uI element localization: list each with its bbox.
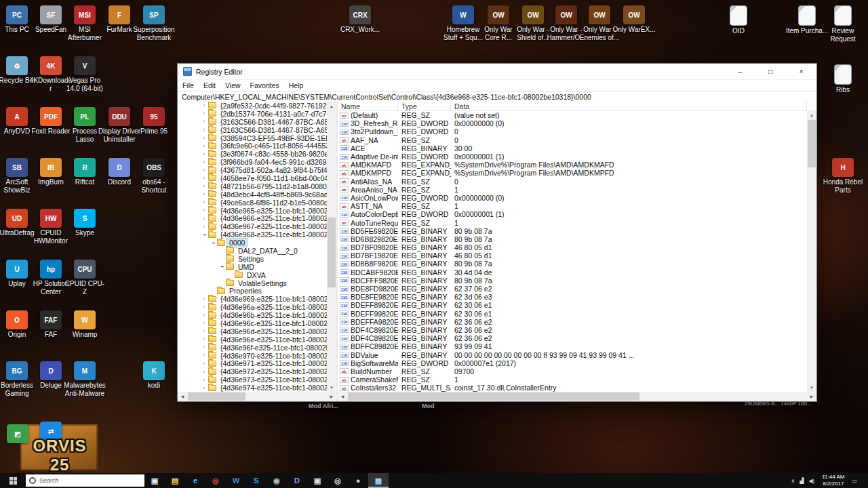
- tree-item[interactable]: DXVA: [178, 271, 327, 279]
- collapsed-arrow-icon[interactable]: ›: [201, 215, 208, 222]
- collapsed-arrow-icon[interactable]: ›: [201, 376, 208, 384]
- value-row[interactable]: 110BDE8FD9820EFD...REG_BINARY62 37 06 e2: [338, 285, 807, 293]
- value-row[interactable]: 110AutoColorDepth...REG_DWORD0x00000001 …: [338, 210, 807, 218]
- value-row[interactable]: 110ACEREG_BINARY30 00: [338, 144, 807, 152]
- desktop-icon-cpuid-cpu-z[interactable]: CPUCPUID CPU-Z: [63, 260, 106, 296]
- tree-item[interactable]: ›{3f966bd9-fa04-4ec5-991c-d326973b5128}: [178, 158, 327, 166]
- desktop-icon-vegas-pro-14-0-64-bit[interactable]: VVegas Pro 14.0 (64-bit): [63, 56, 106, 92]
- maximize-button[interactable]: □: [755, 64, 786, 79]
- clock[interactable]: 11:44 AM 8/2/2017: [819, 474, 847, 487]
- desktop-icon-crx-work[interactable]: CRXCRX_Work...: [338, 5, 382, 34]
- value-row[interactable]: abAutoTuneReque...REG_SZ1: [338, 218, 807, 226]
- tree-item[interactable]: ›{48721b56-6795-11d2-b1a8-0080c72e74a2}: [178, 182, 327, 190]
- collapsed-arrow-icon[interactable]: ›: [201, 159, 208, 166]
- desktop-icon-only-warex[interactable]: OWOnly WarEX...: [612, 5, 656, 34]
- tree-item[interactable]: ›{4d36e974-e325-11ce-bfc1-08002be10318}: [178, 384, 327, 392]
- column-header-type[interactable]: Type: [398, 102, 451, 110]
- column-header-data[interactable]: Data: [451, 102, 807, 110]
- tree-item[interactable]: ›{3e3f0674-c83c-4558-bb26-9820e1aba5c5}: [178, 150, 327, 158]
- collapsed-arrow-icon[interactable]: ›: [201, 142, 208, 150]
- tree-horizontal-scrollbar[interactable]: ◀ ▶: [178, 392, 336, 401]
- collapsed-arrow-icon[interactable]: ›: [201, 312, 208, 319]
- close-button[interactable]: ×: [786, 64, 816, 79]
- start-button[interactable]: [0, 473, 26, 488]
- value-row[interactable]: 110BDCFFF9820E87...REG_BINARY80 9b 08 7a: [338, 277, 807, 285]
- tree-item[interactable]: ›{3163C566-D381-4467-87BC-A65A18D5B649}: [178, 126, 327, 134]
- desktop-icon-winamp[interactable]: WWinamp: [63, 310, 106, 339]
- desktop-icon-honda-rebel-parts[interactable]: HHonda Rebel Parts: [821, 158, 865, 194]
- taskbar-icon-edge[interactable]: e: [185, 473, 205, 488]
- tree-item[interactable]: ›{4d36e966-e325-11ce-bfc1-08002be10318}: [178, 214, 327, 222]
- tree-item[interactable]: ›0000: [178, 239, 327, 247]
- desktop-icon-prime-95[interactable]: 95Prime 95: [132, 107, 176, 136]
- tree-vertical-scrollbar[interactable]: ▲ ▼: [327, 102, 336, 392]
- value-row[interactable]: 110BDF4C89820EFF...REG_BINARY62 36 06 e2: [338, 326, 807, 334]
- collapsed-arrow-icon[interactable]: ›: [201, 336, 208, 343]
- scroll-thumb[interactable]: [348, 392, 639, 401]
- value-row[interactable]: 110BDEFFA9820EFD...REG_BINARY62 36 06 e2: [338, 318, 807, 326]
- expanded-arrow-icon[interactable]: ›: [201, 231, 208, 238]
- value-row[interactable]: 110BD7BF09820EFC...REG_BINARY46 80 05 d1: [338, 243, 807, 251]
- expanded-arrow-icon[interactable]: ›: [210, 239, 217, 246]
- collapsed-arrow-icon[interactable]: ›: [201, 223, 208, 230]
- collapsed-arrow-icon[interactable]: ›: [201, 167, 208, 174]
- tree-item[interactable]: ›{4658ee7e-f050-11d1-b6bd-00c04fa372a7}: [178, 174, 327, 182]
- value-row[interactable]: 110BD8B8F9820EB7...REG_BINARY80 9b 08 7a: [338, 260, 807, 268]
- tree-item[interactable]: ›{4d36e968-e325-11ce-bfc1-08002be10318}: [178, 230, 327, 239]
- value-row[interactable]: abAreaAniso_NAREG_SZ1: [338, 186, 807, 194]
- taskbar-icon-file-explorer[interactable]: ▤: [165, 473, 185, 488]
- scroll-left-icon[interactable]: ◀: [338, 392, 347, 401]
- tree-item[interactable]: ›{36fc9e60-c465-11cf-8056-444553540000}: [178, 142, 327, 150]
- collapsed-arrow-icon[interactable]: ›: [201, 360, 208, 367]
- tree-item[interactable]: ›{4d36e969-e325-11ce-bfc1-08002be10318}: [178, 295, 327, 303]
- menu-edit[interactable]: Edit: [199, 81, 220, 89]
- collapsed-arrow-icon[interactable]: ›: [201, 190, 208, 198]
- collapsed-arrow-icon[interactable]: ›: [201, 384, 208, 392]
- taskbar-icon-skype[interactable]: S: [246, 473, 267, 488]
- value-row[interactable]: 110BDFFC89820EFE...REG_BINARY93 99 09 41: [338, 342, 807, 350]
- tree-item[interactable]: ›{4d36e967-e325-11ce-bfc1-08002be10318}: [178, 222, 327, 230]
- value-row[interactable]: 110BD5FE69820E8B...REG_BINARY80 9b 08 7a: [338, 227, 807, 235]
- value-row[interactable]: 110BDValueREG_BINARY00 00 00 00 00 00 00…: [338, 350, 807, 359]
- collapsed-arrow-icon[interactable]: ›: [201, 118, 208, 125]
- taskbar-icon-photos[interactable]: ▣: [307, 473, 328, 488]
- tree-item[interactable]: Settings: [178, 255, 327, 263]
- tree-item[interactable]: ›{48d3ebc4-4cf8-48ff-b869-9c68ad42eb9f}: [178, 190, 327, 199]
- tree-item[interactable]: VolatileSettings: [178, 279, 327, 287]
- value-row[interactable]: 110BD7BF19820EFC...REG_BINARY46 80 05 d1: [338, 251, 807, 260]
- collapsed-arrow-icon[interactable]: ›: [201, 126, 208, 134]
- tree-item[interactable]: ›{4d36e96c-e325-11ce-bfc1-08002be10318}: [178, 319, 327, 327]
- desktop-icon-obs64-shortcut[interactable]: OBSobs64 - Shortcut: [132, 158, 176, 194]
- desktop-icon-review-request[interactable]: Review Request: [821, 5, 865, 43]
- scroll-right-icon[interactable]: ▶: [807, 392, 816, 401]
- value-row[interactable]: 110BigSoftwareMaj...REG_DWORD0x000007e1 …: [338, 359, 807, 367]
- value-row[interactable]: 110BDE8FE9820EFD...REG_BINARY62 3d 06 e3: [338, 293, 807, 301]
- value-row[interactable]: abCameraShakeM...REG_SZ1: [338, 375, 807, 384]
- tree-item[interactable]: ›{4d36e972-e325-11ce-bfc1-08002be10318}: [178, 367, 327, 375]
- value-row[interactable]: abASTT_NAREG_SZ1: [338, 202, 807, 210]
- tree-item[interactable]: ›{338594C3-EF55-49BF-93DE-1EB5C4DBB8B2}: [178, 134, 327, 142]
- notification-icon[interactable]: ▭: [852, 478, 857, 484]
- title-bar[interactable]: Registry Editor – □ ×: [178, 64, 816, 80]
- tree-item[interactable]: ›{4d36e96e-e325-11ce-bfc1-08002be10318}: [178, 336, 327, 344]
- value-row[interactable]: 110BDEFF89820EFD...REG_BINARY62 30 06 e1: [338, 301, 807, 309]
- menu-file[interactable]: File: [178, 81, 199, 89]
- value-row[interactable]: 110Adaptive De-int...REG_DWORD0x00000001…: [338, 152, 807, 161]
- collapsed-arrow-icon[interactable]: ›: [201, 207, 208, 214]
- collapsed-arrow-icon[interactable]: ›: [201, 344, 208, 351]
- desktop-icon-superposition-benchmark[interactable]: SPSuperposition Benchmark: [132, 5, 176, 41]
- minimize-button[interactable]: –: [725, 64, 755, 79]
- taskbar-icon-regedit[interactable]: ▦: [368, 473, 389, 488]
- expanded-arrow-icon[interactable]: ›: [218, 264, 226, 270]
- collapsed-arrow-icon[interactable]: ›: [201, 199, 208, 206]
- taskbar-icon-chrome[interactable]: ◎: [205, 473, 226, 488]
- value-row[interactable]: 110BDEFF99820EFD...REG_BINARY62 30 06 e1: [338, 310, 807, 318]
- menu-favorites[interactable]: Favorites: [245, 81, 284, 89]
- value-row[interactable]: abCoInstallers32REG_MULTI_SZcoinst_17.30…: [338, 384, 807, 392]
- desktop-icon-oid[interactable]: OID: [717, 5, 760, 35]
- scroll-up-icon[interactable]: ▲: [327, 102, 336, 110]
- desktop-icon-ribs[interactable]: Ribs: [821, 64, 865, 94]
- scroll-thumb[interactable]: [808, 120, 816, 167]
- volume-icon[interactable]: ◀): [808, 478, 814, 484]
- scroll-left-icon[interactable]: ◀: [178, 392, 187, 401]
